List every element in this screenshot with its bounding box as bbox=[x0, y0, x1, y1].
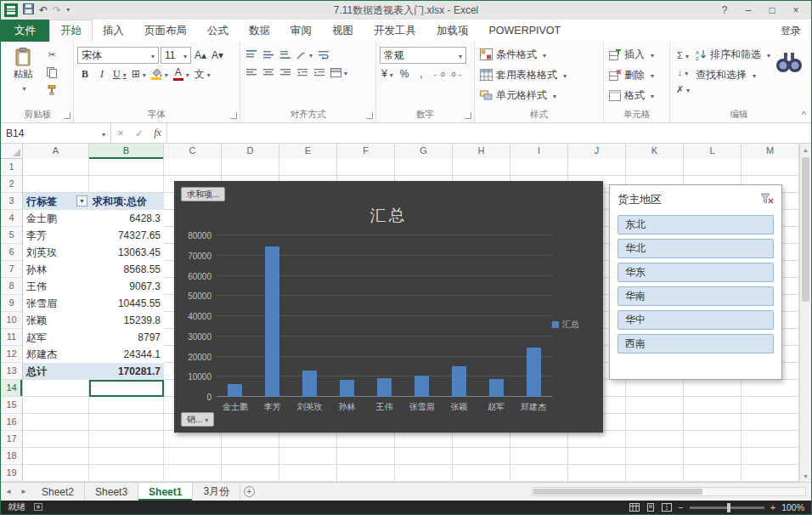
collapse-ribbon-button[interactable]: ^ bbox=[802, 110, 806, 120]
zoom-slider-thumb[interactable] bbox=[727, 503, 730, 512]
row-header[interactable]: 8 bbox=[1, 278, 22, 295]
new-sheet-button[interactable]: + bbox=[240, 483, 257, 501]
chart-bar[interactable] bbox=[452, 366, 466, 397]
format-cells-button[interactable]: 格式 bbox=[607, 85, 666, 105]
pivot-row-label[interactable]: 金士鹏 bbox=[23, 210, 89, 227]
zoom-level[interactable]: 100% bbox=[781, 502, 804, 512]
align-left-icon[interactable] bbox=[244, 65, 259, 80]
slicer-item[interactable]: 华北 bbox=[617, 239, 774, 258]
macro-record-icon[interactable] bbox=[34, 502, 42, 512]
fill-button[interactable]: ↓ bbox=[674, 65, 692, 80]
selected-cell[interactable] bbox=[89, 380, 164, 397]
pivot-value[interactable]: 15239.8 bbox=[89, 312, 164, 329]
zoom-out-icon[interactable]: − bbox=[678, 502, 683, 512]
sheet-tab[interactable]: Sheet2 bbox=[31, 483, 85, 501]
enter-icon[interactable]: ✓ bbox=[130, 123, 149, 143]
chart-bar[interactable] bbox=[414, 376, 429, 397]
clear-button[interactable]: ✗ bbox=[674, 82, 692, 97]
decrease-indent-icon[interactable] bbox=[295, 65, 310, 80]
chart-plot-area[interactable] bbox=[217, 235, 552, 397]
number-format-select[interactable]: 常规 bbox=[380, 47, 466, 64]
horizontal-scroll-thumb[interactable] bbox=[533, 489, 702, 495]
accounting-format-button[interactable]: ¥ bbox=[380, 66, 395, 82]
increase-indent-icon[interactable] bbox=[312, 65, 327, 80]
page-layout-view-icon[interactable] bbox=[646, 503, 656, 512]
formula-input[interactable] bbox=[167, 123, 811, 143]
ribbon-tab[interactable]: 加载项 bbox=[426, 20, 479, 42]
slicer[interactable]: 货主地区 东北华北华东华南华中西南 bbox=[609, 184, 782, 380]
pivot-row-label[interactable]: 郑建杰 bbox=[23, 346, 89, 363]
legend-item[interactable]: 汇总 bbox=[552, 319, 596, 331]
sheet-tab[interactable]: Sheet1 bbox=[138, 483, 193, 501]
cut-icon[interactable]: ✂ bbox=[42, 47, 61, 62]
ribbon-tab[interactable]: POWERPIVOT bbox=[479, 20, 572, 42]
pivot-row-label[interactable]: 王伟 bbox=[23, 278, 89, 295]
clipboard-dialog-launcher-icon[interactable] bbox=[64, 112, 70, 119]
vertical-scroll-thumb[interactable] bbox=[802, 157, 809, 302]
bottom-align-icon[interactable] bbox=[278, 47, 293, 62]
ribbon-tab[interactable]: 开发工具 bbox=[364, 20, 426, 42]
sort-filter-button[interactable]: AZ 排序和筛选 bbox=[696, 44, 770, 65]
pivot-value[interactable]: 9067.3 bbox=[89, 278, 164, 295]
zoom-in-icon[interactable]: + bbox=[770, 502, 775, 512]
minimize-button[interactable]: – bbox=[736, 1, 760, 20]
scroll-up-icon[interactable]: ▲ bbox=[800, 144, 811, 156]
sign-in-link[interactable]: 登录 bbox=[770, 20, 811, 42]
row-header[interactable]: 9 bbox=[1, 295, 22, 312]
orientation-icon[interactable] bbox=[295, 47, 314, 62]
pivot-value-header[interactable]: 求和项:总价 bbox=[89, 193, 164, 210]
italic-button[interactable]: I bbox=[94, 66, 110, 82]
row-header[interactable]: 16 bbox=[1, 414, 22, 431]
column-header[interactable]: J bbox=[568, 144, 626, 159]
copy-icon[interactable] bbox=[42, 65, 61, 80]
pivot-total-value[interactable]: 170281.7 bbox=[89, 363, 164, 380]
cancel-icon[interactable]: × bbox=[111, 123, 130, 143]
wrap-text-icon[interactable] bbox=[316, 47, 331, 62]
slicer-item[interactable]: 华中 bbox=[617, 310, 774, 330]
slicer-item[interactable]: 华南 bbox=[617, 286, 774, 306]
ribbon-tab[interactable]: 数据 bbox=[239, 20, 280, 42]
pivot-value[interactable]: 8797 bbox=[89, 329, 164, 346]
row-header[interactable]: 14 bbox=[1, 380, 22, 397]
ribbon-tab[interactable]: 开始 bbox=[49, 20, 93, 42]
sheet-nav-left-icon[interactable]: ◄ bbox=[1, 483, 16, 501]
font-dialog-launcher-icon[interactable] bbox=[230, 112, 237, 119]
name-box[interactable]: B14 bbox=[1, 123, 111, 143]
column-header[interactable]: E bbox=[279, 144, 337, 159]
row-header[interactable]: 11 bbox=[1, 329, 22, 346]
phonetic-guide-button[interactable]: 文 bbox=[193, 66, 212, 82]
pivot-row-label[interactable]: 刘英玫 bbox=[23, 244, 89, 261]
sheet-nav-right-icon[interactable]: ► bbox=[16, 483, 31, 501]
column-header[interactable]: A bbox=[23, 144, 89, 159]
binoculars-icon[interactable] bbox=[775, 44, 803, 97]
top-align-icon[interactable] bbox=[244, 47, 259, 62]
maximize-button[interactable]: □ bbox=[760, 1, 784, 20]
ribbon-tab[interactable]: 审阅 bbox=[280, 20, 322, 42]
row-header[interactable]: 4 bbox=[1, 210, 22, 227]
pivot-row-label[interactable]: 赵军 bbox=[23, 329, 89, 346]
pivot-row-label[interactable]: 李芳 bbox=[23, 227, 89, 244]
increase-font-size-button[interactable]: A▴ bbox=[193, 48, 208, 63]
clear-filter-icon[interactable] bbox=[760, 193, 774, 207]
pivot-chart[interactable]: 求和项... 汇总 010000200003000040000500006000… bbox=[174, 181, 603, 433]
row-header[interactable]: 3 bbox=[1, 193, 22, 210]
chart-bar[interactable] bbox=[228, 384, 242, 397]
slicer-item[interactable]: 东北 bbox=[617, 215, 774, 235]
redo-icon[interactable]: ↷ bbox=[53, 3, 61, 17]
customize-qat-icon[interactable]: ▾ bbox=[66, 3, 70, 17]
column-header[interactable]: K bbox=[626, 144, 684, 159]
pivot-row-label-header[interactable]: 行标签▼ bbox=[23, 193, 89, 210]
pivot-row-label[interactable]: 张颖 bbox=[23, 312, 89, 329]
chart-bar[interactable] bbox=[489, 379, 504, 397]
pivot-value[interactable]: 6428.3 bbox=[89, 210, 164, 227]
row-header[interactable]: 19 bbox=[1, 465, 22, 482]
ribbon-tab[interactable]: 视图 bbox=[322, 20, 364, 42]
ribbon-tab[interactable]: 页面布局 bbox=[134, 20, 197, 42]
column-header[interactable]: B bbox=[89, 144, 164, 159]
row-header[interactable]: 6 bbox=[1, 244, 22, 261]
conditional-formatting-button[interactable]: 条件格式 bbox=[478, 44, 600, 65]
middle-align-icon[interactable] bbox=[261, 47, 276, 62]
file-tab[interactable]: 文件 bbox=[1, 20, 49, 42]
cell-styles-button[interactable]: 单元格样式 bbox=[478, 85, 600, 105]
pivot-value[interactable]: 24344.1 bbox=[89, 346, 164, 363]
